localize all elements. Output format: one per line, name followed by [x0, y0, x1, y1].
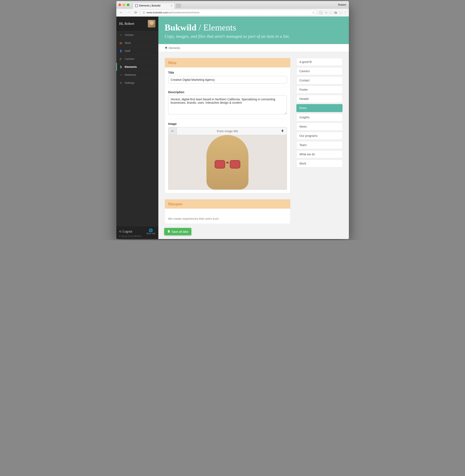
trash-icon	[281, 129, 284, 133]
sidebar-item-settings[interactable]: ⚙Settings›	[116, 79, 158, 87]
side-nav-item-careers[interactable]: Careers	[296, 67, 343, 75]
page-subtitle: Copy, images, and files that aren't mana…	[165, 34, 343, 39]
side-nav-item-news[interactable]: News	[296, 123, 343, 131]
marquee-body: We create experiences that users trust.	[165, 209, 290, 224]
heart-icon: ♥	[119, 235, 121, 237]
url-bar[interactable]: i www.bukwild.com/admin/elements/en/home…	[140, 10, 317, 16]
sidebar-item-label: Settings	[125, 81, 135, 84]
sidebar-item-label: Careers	[125, 57, 134, 61]
nav-icon: ⚙	[119, 82, 123, 84]
home-icon[interactable]	[165, 46, 168, 50]
image-delete-button[interactable]	[278, 127, 287, 135]
sidebar-item-careers[interactable]: 🎓Careers›	[116, 55, 158, 63]
tab-title: Elements | Bukwild	[139, 4, 160, 7]
side-nav-item-home[interactable]: Home	[296, 104, 343, 112]
mac-window-controls	[118, 4, 129, 6]
side-nav-item-a-good-fit[interactable]: A good fit	[296, 58, 343, 66]
minimize-window-button[interactable]	[123, 4, 125, 6]
side-nav-item-our-programs[interactable]: Our programs	[296, 132, 343, 140]
mac-window: Elements | Bukwild × Robert ← → ⟳ i www.…	[116, 1, 349, 239]
nav-icon: 👤	[119, 50, 123, 52]
form-column: Meta Title Description Honest, digital-f…	[165, 58, 290, 230]
mac-user-label: Robert	[338, 3, 346, 6]
image-label: Image	[168, 122, 287, 125]
side-nav-item-header[interactable]: Header	[296, 95, 343, 103]
nav-icon: 💼	[119, 41, 123, 44]
side-nav-item-footer[interactable]: Footer	[296, 86, 343, 93]
vue-ext-icon[interactable]: ▼	[325, 11, 328, 14]
tab-close-icon[interactable]: ×	[170, 4, 172, 7]
site-info-icon[interactable]: i	[142, 11, 145, 14]
sidebar-item-staff[interactable]: 👤Staff	[116, 47, 158, 55]
logout-icon: ⎋	[119, 230, 121, 233]
side-nav-item-what-we-do[interactable]: What we do	[296, 150, 343, 158]
sidebar-item-label: Work	[125, 41, 131, 44]
nav-icon: 🎓	[119, 58, 123, 61]
camera-ext-icon[interactable]	[334, 11, 337, 14]
back-button[interactable]: ←	[118, 10, 124, 15]
sidebar-item-label: Articles	[125, 33, 134, 37]
bookmark-star-icon[interactable]: ☆	[312, 11, 315, 14]
sidebar-nav: ≡Articles💼Work›👤Staff🎓Careers›🍃Elements↪…	[116, 31, 158, 87]
braces-ext-icon[interactable]: { }	[330, 11, 332, 14]
side-nav: A good fitCareersContactFooterHeaderHome…	[296, 58, 343, 167]
description-textarea[interactable]: Honest, digital-first team based in Nort…	[168, 95, 287, 114]
app-body: Hi, Robert ≡Articles💼Work›👤Staff🎓Careers…	[116, 17, 349, 239]
menu-dots-icon[interactable]: ⋮	[344, 11, 347, 14]
side-nav-item-insights[interactable]: Insights	[296, 113, 343, 121]
side-column: A good fitCareersContactFooterHeaderHome…	[296, 58, 343, 169]
content: Meta Title Description Honest, digital-f…	[158, 52, 349, 236]
sidebar-item-articles[interactable]: ≡Articles	[116, 31, 158, 39]
file-icon	[167, 230, 170, 233]
sidebar-greeting: Hi, Robert	[119, 22, 134, 26]
sidebar-item-label: Redirects	[125, 73, 136, 76]
open-site-link[interactable]: 🌐 Open site	[146, 228, 155, 235]
sidebar-item-redirects[interactable]: ↪Redirects	[116, 71, 158, 79]
avatar[interactable]	[148, 20, 155, 28]
crop-button[interactable]: ✂	[169, 127, 177, 135]
side-nav-item-contact[interactable]: Contact	[296, 76, 343, 84]
sidebar-item-label: Elements	[125, 65, 137, 68]
logout-label: Logout	[123, 230, 132, 233]
clock-ext-icon[interactable]: ◷	[339, 11, 342, 14]
browser-toolbar: ← → ⟳ i www.bukwild.com/admin/elements/e…	[116, 9, 349, 17]
sidebar: Hi, Robert ≡Articles💼Work›👤Staff🎓Careers…	[116, 17, 158, 239]
panel-meta-header: Meta	[165, 58, 290, 67]
open-site-label: Open site	[146, 232, 155, 235]
new-tab-button[interactable]	[176, 4, 181, 8]
side-nav-item-work[interactable]: Work	[296, 159, 343, 167]
sidebar-header: Hi, Robert	[116, 17, 158, 31]
extension-icons: i ▼ { } ◷ ⋮	[319, 11, 347, 14]
close-window-button[interactable]	[118, 4, 121, 6]
title-label: Title	[168, 71, 287, 74]
globe-icon: 🌐	[146, 228, 155, 232]
hero: Bukwild / Elements Copy, images, and fil…	[158, 17, 349, 44]
maximize-window-button[interactable]	[127, 4, 129, 6]
sidebar-item-work[interactable]: 💼Work›	[116, 39, 158, 47]
side-nav-item-team[interactable]: Team	[296, 141, 343, 149]
breadcrumb-label: Elements	[169, 46, 180, 50]
breadcrumb: Elements	[158, 44, 349, 52]
logout-link[interactable]: ⎋ Logout	[119, 230, 132, 233]
panel-marquee-header: Marquee	[165, 199, 290, 209]
image-upload: ✂	[168, 127, 287, 190]
save-button-label: Save all tabs	[172, 230, 188, 233]
nav-icon: ≡	[119, 34, 123, 37]
reload-button[interactable]: ⟳	[134, 11, 138, 14]
forward-button[interactable]: →	[126, 10, 131, 15]
chevron-right-icon: ›	[155, 41, 155, 44]
image-title-input[interactable]	[177, 127, 278, 135]
credit-label: ♥ Decoy 5.0 by BKWLD	[119, 235, 155, 237]
page-title: Bukwild / Elements	[165, 22, 343, 32]
description-label: Description	[168, 91, 287, 94]
chevron-right-icon: ›	[155, 82, 155, 84]
title-input[interactable]	[168, 76, 287, 83]
info-ext-icon[interactable]: i	[319, 11, 323, 14]
sidebar-item-elements[interactable]: 🍃Elements	[116, 63, 158, 71]
save-all-tabs-button[interactable]: Save all tabs	[164, 228, 191, 235]
sidebar-footer: ⎋ Logout 🌐 Open site ♥ Decoy 5.0 by BKWL…	[116, 226, 158, 239]
image-preview[interactable]	[169, 135, 287, 189]
tab-strip: Elements | Bukwild ×	[133, 1, 181, 9]
sidebar-item-label: Staff	[125, 49, 130, 52]
browser-tab[interactable]: Elements | Bukwild ×	[133, 3, 175, 9]
